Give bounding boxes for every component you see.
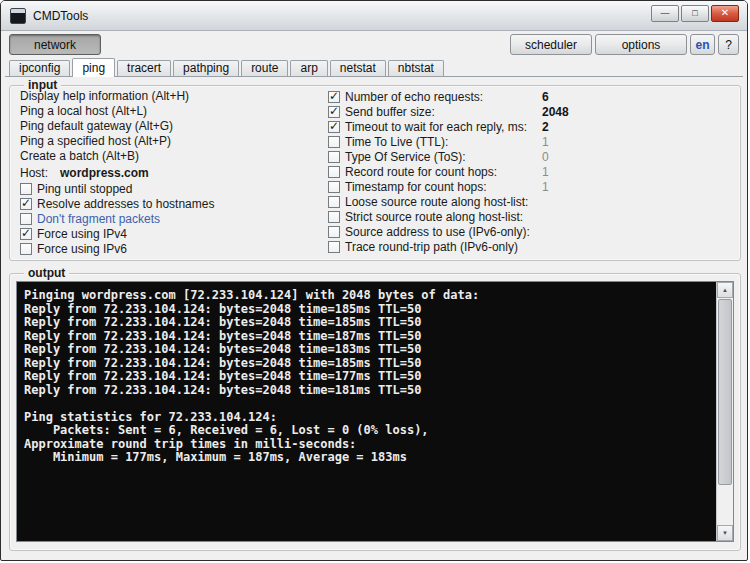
checkbox-row[interactable]: Don't fragment packets	[20, 211, 320, 226]
checkbox-row[interactable]: Ping until stopped	[20, 181, 320, 196]
console-line-text: Packets: Sent = 6, Received = 6, Lost = …	[24, 423, 429, 437]
command-link[interactable]: Ping a local host (Alt+L)	[20, 104, 320, 119]
checkbox-row[interactable]: Loose source route along host-list:	[328, 194, 732, 209]
option-value-field[interactable]: 1	[542, 135, 549, 149]
tab[interactable]: route	[241, 60, 288, 76]
checkbox-label: Trace round-trip path (IPv6-only)	[345, 240, 518, 254]
tab[interactable]: ipconfig	[9, 60, 70, 76]
checkbox-label: Source address to use (IPv6-only):	[345, 225, 530, 239]
console-line-text: Reply from 72.233.104.124: bytes=2048 ti…	[24, 383, 421, 397]
help-button[interactable]: ?	[718, 34, 739, 55]
minimize-button[interactable]: —	[651, 5, 679, 22]
checkbox[interactable]	[328, 181, 340, 193]
checkbox[interactable]	[20, 183, 32, 195]
checkbox-label: Don't fragment packets	[37, 212, 160, 226]
command-link[interactable]: Ping default gateway (Alt+G)	[20, 119, 320, 134]
checkbox-row[interactable]: Force using IPv4	[20, 226, 320, 241]
option-value-field[interactable]: 1	[542, 180, 549, 194]
option-value-field[interactable]: 1	[542, 165, 549, 179]
checkbox-row[interactable]: Trace round-trip path (IPv6-only)	[328, 239, 732, 254]
console-line: Reply from 72.233.104.124: bytes=2048 ti…	[24, 303, 716, 317]
tab[interactable]: nbtstat	[388, 60, 444, 76]
command-link[interactable]: Display help information (Alt+H)	[20, 89, 320, 104]
command-label: Ping a local host (Alt+L)	[20, 104, 147, 118]
checkbox[interactable]	[328, 226, 340, 238]
checkbox-row[interactable]: Timestamp for count hops: 1	[328, 179, 732, 194]
tab[interactable]: arp	[290, 60, 327, 76]
checkbox-row[interactable]: Record route for count hops: 1	[328, 164, 732, 179]
checkbox[interactable]	[328, 106, 340, 118]
command-label: Ping default gateway (Alt+G)	[20, 119, 173, 133]
checkbox-row[interactable]: Time To Live (TTL): 1	[328, 134, 732, 149]
option-value-field[interactable]: 2	[542, 120, 549, 134]
checkbox[interactable]	[20, 198, 32, 210]
language-button[interactable]: en	[690, 34, 715, 55]
checkbox-row[interactable]: Resolve addresses to hostnames	[20, 196, 320, 211]
checkbox-label: Resolve addresses to hostnames	[37, 197, 214, 211]
command-link[interactable]: Create a batch (Alt+B)	[20, 149, 320, 164]
checkbox[interactable]	[328, 151, 340, 163]
scrollbar-thumb[interactable]	[718, 299, 732, 485]
checkbox-row[interactable]: Strict source route along host-list:	[328, 209, 732, 224]
checkbox-row[interactable]: Source address to use (IPv6-only):	[328, 224, 732, 239]
checkbox[interactable]	[328, 121, 340, 133]
checkbox-row[interactable]: Timeout to wait for each reply, ms: 2	[328, 119, 732, 134]
checkbox-label: Time To Live (TTL):	[345, 135, 448, 149]
maximize-icon: □	[692, 6, 697, 20]
option-value-field[interactable]: 0	[542, 150, 549, 164]
checkbox-label: Loose source route along host-list:	[345, 195, 528, 209]
options-button[interactable]: options	[595, 34, 687, 55]
checkbox-row[interactable]: Number of echo requests: 6	[328, 89, 732, 104]
maximize-button[interactable]: □	[681, 5, 709, 22]
checkbox-row[interactable]: Type Of Service (ToS): 0	[328, 149, 732, 164]
checkbox[interactable]	[328, 91, 340, 103]
option-value-field[interactable]: 2048	[542, 105, 569, 119]
tab-label: netstat	[340, 61, 376, 75]
network-button[interactable]: network	[9, 34, 101, 55]
close-button[interactable]: ✕	[711, 5, 739, 22]
console-scrollbar[interactable]: ▲ ▼	[716, 282, 733, 541]
tab[interactable]: netstat	[330, 60, 386, 76]
close-icon: ✕	[721, 6, 729, 20]
input-right-column: Number of echo requests: 6 Send buffer s…	[328, 89, 732, 254]
console-line: Reply from 72.233.104.124: bytes=2048 ti…	[24, 330, 716, 344]
checkbox[interactable]	[20, 213, 32, 225]
tab-label: tracert	[127, 61, 161, 75]
console-line-text: Ping statistics for 72.233.104.124:	[24, 410, 277, 424]
scroll-down-button[interactable]: ▼	[717, 525, 733, 541]
checkbox[interactable]	[328, 211, 340, 223]
checkbox[interactable]	[328, 241, 340, 253]
scroll-up-button[interactable]: ▲	[717, 282, 733, 298]
console-line-text: Reply from 72.233.104.124: bytes=2048 ti…	[24, 329, 421, 343]
command-link[interactable]: Ping a specified host (Alt+P)	[20, 134, 320, 149]
console-line: Reply from 72.233.104.124: bytes=2048 ti…	[24, 316, 716, 330]
tab[interactable]: tracert	[117, 60, 171, 76]
toolbar: network scheduler options en ?	[9, 34, 739, 55]
checkbox-label: Number of echo requests:	[345, 90, 483, 104]
host-input[interactable]: wordpress.com	[60, 166, 149, 180]
checkbox-label: Force using IPv4	[37, 227, 127, 241]
checkbox[interactable]	[20, 243, 32, 255]
tab[interactable]: ping	[72, 58, 115, 77]
command-label: Create a batch (Alt+B)	[20, 149, 139, 163]
tab-label: ping	[82, 61, 105, 75]
checkbox[interactable]	[328, 166, 340, 178]
scroll-down-icon: ▼	[722, 530, 728, 536]
console-output: Pinging wordpress.com [72.233.104.124] w…	[16, 281, 734, 542]
window-title: CMDTools	[33, 1, 88, 31]
app-icon	[10, 8, 26, 24]
checkbox-row[interactable]: Force using IPv6	[20, 241, 320, 256]
titlebar[interactable]: CMDTools — □ ✕	[1, 1, 747, 31]
checkbox[interactable]	[20, 228, 32, 240]
output-group: output Pinging wordpress.com [72.233.104…	[9, 273, 741, 551]
checkbox-label: Strict source route along host-list:	[345, 210, 523, 224]
host-label: Host:	[20, 166, 48, 180]
host-row: Host:wordpress.com	[20, 165, 320, 181]
tab[interactable]: pathping	[173, 60, 239, 76]
checkbox[interactable]	[328, 136, 340, 148]
checkbox-label: Record route for count hops:	[345, 165, 497, 179]
checkbox-row[interactable]: Send buffer size: 2048	[328, 104, 732, 119]
option-value-field[interactable]: 6	[542, 90, 549, 104]
scheduler-button[interactable]: scheduler	[510, 34, 592, 55]
checkbox[interactable]	[328, 196, 340, 208]
